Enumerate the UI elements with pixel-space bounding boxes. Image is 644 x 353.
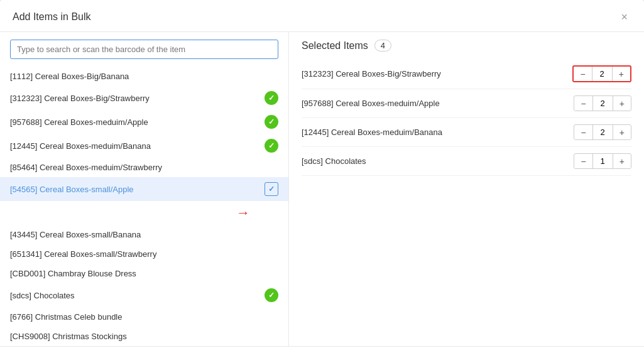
arrow-indicator: → bbox=[0, 201, 288, 225]
modal-footer: Add Items Cancel bbox=[0, 346, 644, 353]
list-item[interactable]: [651341] Cereal Boxes-small/Strawberry bbox=[0, 244, 288, 264]
checkbox-icon[interactable] bbox=[265, 182, 278, 196]
list-item-label: [12445] Cereal Boxes-meduim/Banana bbox=[10, 141, 151, 151]
increment-button[interactable]: + bbox=[613, 97, 631, 111]
selected-item-name: [312323] Cereal Boxes-Big/Strawberry bbox=[302, 69, 572, 79]
modal-title: Add Items in Bulk bbox=[13, 11, 91, 23]
selected-item-row: [sdcs] Chocolates−1+ bbox=[302, 147, 631, 176]
selected-item-row: [957688] Cereal Boxes-meduim/Apple−2+ bbox=[302, 89, 631, 118]
list-item-label: [43445] Cereal Boxes-small/Banana bbox=[10, 230, 141, 239]
item-list: [1112] Cereal Boxes-Big/Banana[312323] C… bbox=[0, 67, 288, 346]
increment-button[interactable]: + bbox=[613, 155, 631, 168]
decrement-button[interactable]: − bbox=[574, 97, 592, 111]
quantity-value: 2 bbox=[592, 125, 613, 139]
search-input[interactable] bbox=[10, 40, 278, 59]
list-item[interactable]: [CBD001] Chambray Blouse Dress bbox=[0, 264, 288, 283]
list-item-label: [6766] Christmas Celeb bundle bbox=[10, 312, 123, 322]
selected-title: Selected Items bbox=[302, 40, 368, 52]
decrement-button[interactable]: − bbox=[574, 67, 591, 81]
list-item-label: [312323] Cereal Boxes-Big/Strawberry bbox=[10, 94, 150, 103]
quantity-value: 2 bbox=[592, 67, 613, 81]
list-item-label: [957688] Cereal Boxes-meduim/Apple bbox=[10, 117, 148, 127]
check-icon bbox=[265, 91, 278, 105]
modal-body: [1112] Cereal Boxes-Big/Banana[312323] C… bbox=[0, 32, 644, 346]
selected-item-row: [12445] Cereal Boxes-meduim/Banana−2+ bbox=[302, 118, 631, 147]
list-item[interactable]: [312323] Cereal Boxes-Big/Strawberry bbox=[0, 86, 288, 110]
selected-items-list: [312323] Cereal Boxes-Big/Strawberry−2+[… bbox=[289, 59, 644, 346]
list-item-label: [651341] Cereal Boxes-small/Strawberry bbox=[10, 249, 156, 259]
list-item-label: [85464] Cereal Boxes-meduim/Strawberry bbox=[10, 163, 162, 172]
search-box bbox=[10, 40, 278, 59]
close-button[interactable]: × bbox=[617, 10, 631, 24]
arrow-icon: → bbox=[236, 205, 250, 221]
list-item-label: [1112] Cereal Boxes-Big/Banana bbox=[10, 72, 129, 81]
modal-header: Add Items in Bulk × bbox=[0, 0, 644, 32]
list-item-label: [CBD001] Chambray Blouse Dress bbox=[10, 269, 136, 278]
list-item[interactable]: [957688] Cereal Boxes-meduim/Apple bbox=[0, 110, 288, 134]
decrement-button[interactable]: − bbox=[574, 155, 592, 168]
selected-item-name: [sdcs] Chocolates bbox=[302, 156, 574, 166]
check-icon bbox=[265, 288, 278, 302]
quantity-control: −2+ bbox=[574, 95, 631, 111]
increment-button[interactable]: + bbox=[613, 67, 630, 81]
list-item[interactable]: [85464] Cereal Boxes-meduim/Strawberry bbox=[0, 158, 288, 177]
check-icon bbox=[265, 115, 278, 129]
list-item[interactable]: [1112] Cereal Boxes-Big/Banana bbox=[0, 67, 288, 86]
list-item[interactable]: [6766] Christmas Celeb bundle bbox=[0, 307, 288, 327]
list-item[interactable]: [sdcs] Chocolates bbox=[0, 283, 288, 307]
list-item[interactable]: [CHS9008] Christmas Stockings bbox=[0, 327, 288, 346]
list-item-label: [sdcs] Chocolates bbox=[10, 291, 75, 300]
quantity-control: −2+ bbox=[572, 65, 631, 82]
selected-item-name: [12445] Cereal Boxes-meduim/Banana bbox=[302, 128, 574, 137]
list-item-label: [54565] Cereal Boxes-small/Apple bbox=[10, 185, 134, 194]
quantity-value: 1 bbox=[592, 154, 613, 168]
decrement-button[interactable]: − bbox=[574, 126, 592, 139]
selected-header: Selected Items 4 bbox=[289, 40, 644, 59]
quantity-control: −1+ bbox=[574, 153, 631, 169]
right-panel: Selected Items 4 [312323] Cereal Boxes-B… bbox=[289, 32, 644, 346]
list-item-label: [CHS9008] Christmas Stockings bbox=[10, 332, 127, 341]
quantity-value: 2 bbox=[592, 96, 613, 111]
quantity-control: −2+ bbox=[574, 124, 631, 140]
modal: Add Items in Bulk × [1112] Cereal Boxes-… bbox=[0, 0, 644, 353]
left-panel: [1112] Cereal Boxes-Big/Banana[312323] C… bbox=[0, 32, 289, 346]
increment-button[interactable]: + bbox=[613, 126, 631, 139]
selected-count-badge: 4 bbox=[374, 40, 391, 52]
list-item[interactable]: [54565] Cereal Boxes-small/Apple bbox=[0, 177, 288, 201]
selected-item-row: [312323] Cereal Boxes-Big/Strawberry−2+ bbox=[302, 59, 631, 89]
list-item[interactable]: [43445] Cereal Boxes-small/Banana bbox=[0, 225, 288, 244]
list-item[interactable]: [12445] Cereal Boxes-meduim/Banana bbox=[0, 134, 288, 158]
selected-item-name: [957688] Cereal Boxes-meduim/Apple bbox=[302, 99, 574, 108]
check-icon bbox=[265, 139, 278, 153]
